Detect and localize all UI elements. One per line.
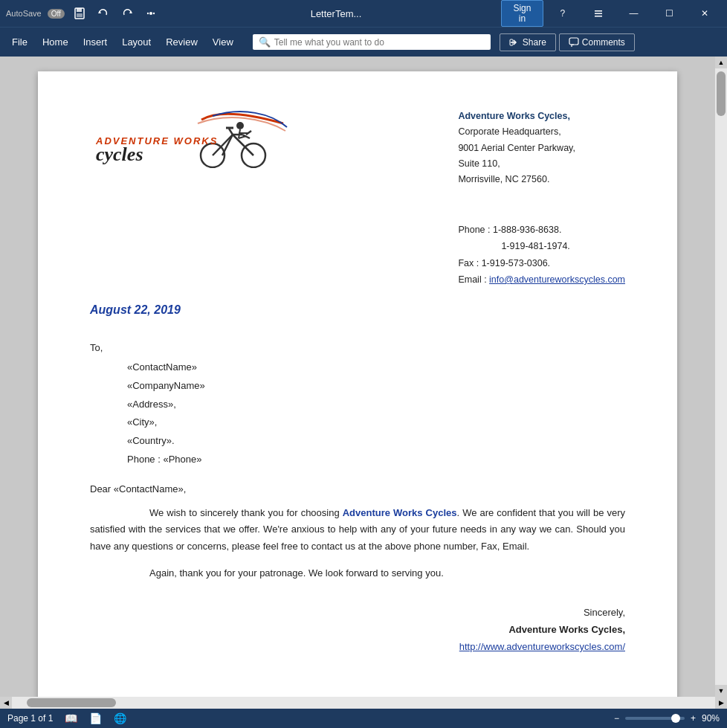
search-icon: 🔍	[259, 36, 271, 48]
layout-icon: 📄	[89, 712, 102, 724]
svg-rect-10	[595, 16, 602, 17]
svg-point-7	[153, 13, 155, 14]
help-button[interactable]: ?	[546, 0, 579, 27]
document-scroll[interactable]: ADVENTURE WORKS cycles Adventure Works C…	[0, 57, 715, 697]
scroll-up-arrow[interactable]: ▲	[715, 57, 727, 68]
minimize-button[interactable]: —	[618, 0, 650, 27]
share-label: Share	[523, 37, 546, 48]
autosave-toggle[interactable]: Off	[48, 9, 65, 19]
email-label: Email :	[458, 274, 489, 285]
save-button[interactable]	[71, 4, 88, 22]
scroll-down-arrow[interactable]: ▼	[715, 685, 727, 697]
company-address4: Morrisville, NC 27560.	[458, 172, 625, 187]
email-line: Email : info@adventureworkscycles.com	[458, 271, 625, 289]
menu-insert[interactable]: Insert	[76, 32, 115, 52]
comments-button[interactable]: Comments	[559, 33, 635, 51]
toggle-state: Off	[48, 9, 65, 19]
svg-point-6	[147, 13, 149, 14]
company-address2: 9001 Aerial Center Parkway,	[458, 141, 625, 156]
svg-rect-2	[77, 13, 83, 17]
status-left: Page 1 of 1 📖 📄 🌐	[7, 712, 126, 724]
title-bar-right: Sign in ? — ☐ ✕	[501, 0, 721, 27]
web-view-icon: 🌐	[114, 712, 126, 724]
sincerely-block: Sincerely, Adventure Works Cycles, http:…	[90, 604, 625, 656]
to-address: «Address»,	[127, 396, 625, 414]
body-paragraph-2: Again, thank you for your patronage. We …	[90, 565, 625, 582]
redo-button[interactable]	[118, 4, 136, 22]
company-logo: ADVENTURE WORKS cycles	[90, 109, 291, 168]
company-address: Adventure Works Cycles, Corporate Headqu…	[458, 109, 625, 289]
close-button[interactable]: ✕	[688, 0, 721, 27]
svg-rect-8	[595, 10, 602, 12]
menu-home[interactable]: Home	[35, 32, 76, 52]
ribbon-toggle-button[interactable]	[582, 0, 615, 27]
horizontal-scrollbar[interactable]: ◀ ▶	[0, 697, 727, 709]
phone1: Phone : 1-888-936-8638.	[458, 222, 625, 239]
undo-button[interactable]	[94, 4, 112, 22]
svg-text:cycles: cycles	[96, 144, 143, 165]
menu-bar: File Home Insert Layout Review View 🔍 Sh…	[0, 27, 727, 57]
zoom-plus[interactable]: +	[691, 713, 696, 724]
scroll-h-thumb[interactable]	[27, 698, 116, 707]
to-label: To,	[90, 339, 625, 358]
share-button[interactable]: Share	[500, 33, 556, 51]
body-company-ref: Adventure Works Cycles	[343, 507, 457, 518]
letter-header: ADVENTURE WORKS cycles Adventure Works C…	[90, 109, 625, 289]
title-bar-title: LetterTem...	[171, 8, 501, 19]
sincerely-company: Adventure Works Cycles,	[90, 621, 625, 638]
to-contact-name: «ContactName»	[127, 358, 625, 377]
zoom-slider[interactable]	[625, 717, 685, 720]
title-bar: AutoSave Off LetterTem... Sign in ? — ☐ …	[0, 0, 727, 27]
sincerely-label: Sincerely,	[90, 604, 625, 621]
search-box[interactable]: 🔍	[253, 34, 491, 50]
menu-file[interactable]: File	[4, 32, 35, 52]
sign-in-button[interactable]: Sign in	[501, 0, 543, 27]
customize-button[interactable]	[142, 4, 160, 22]
vertical-scrollbar[interactable]: ▲ ▼	[715, 57, 727, 697]
svg-point-5	[149, 12, 152, 15]
company-phone: Phone : 1-888-936-8638. 1-919-481-1974. …	[458, 222, 625, 289]
document-area: ADVENTURE WORKS cycles Adventure Works C…	[0, 57, 727, 697]
document-page: ADVENTURE WORKS cycles Adventure Works C…	[38, 71, 677, 697]
company-address1: Corporate Headquarters,	[458, 124, 625, 140]
svg-rect-1	[77, 8, 82, 12]
fax: Fax : 1-919-573-0306.	[458, 255, 625, 272]
body-paragraph-1: We wish to sincerely thank you for choos…	[90, 505, 625, 554]
scroll-track[interactable]	[715, 68, 727, 685]
svg-rect-12	[569, 38, 578, 45]
dear-line: Dear «ContactName»,	[90, 483, 625, 495]
website-link[interactable]: http://www.adventureworkscycles.com/	[459, 641, 625, 652]
scroll-right-arrow[interactable]: ▶	[715, 697, 727, 709]
to-company-name: «CompanyName»	[127, 377, 625, 396]
svg-point-23	[236, 122, 244, 129]
restore-button[interactable]: ☐	[653, 0, 685, 27]
zoom-thumb	[671, 714, 680, 723]
email-link[interactable]: info@adventureworkscycles.com	[489, 274, 625, 285]
read-mode-icon: 📖	[65, 712, 77, 724]
phone2: 1-919-481-1974.	[458, 238, 625, 255]
to-city: «City»,	[127, 413, 625, 432]
svg-rect-9	[595, 13, 602, 15]
menu-layout[interactable]: Layout	[114, 32, 158, 52]
company-address3: Suite 110,	[458, 156, 625, 172]
letter-date: August 22, 2019	[90, 303, 625, 317]
scroll-left-arrow[interactable]: ◀	[0, 697, 12, 709]
svg-line-25	[239, 136, 246, 138]
menu-review[interactable]: Review	[158, 32, 205, 52]
zoom-level: 90%	[702, 713, 720, 724]
title-bar-left: AutoSave Off	[6, 4, 171, 22]
svg-line-21	[229, 129, 233, 135]
company-name: Adventure Works Cycles,	[458, 109, 625, 124]
menu-view[interactable]: View	[205, 32, 241, 52]
to-country: «Country».	[127, 432, 625, 451]
scroll-h-track[interactable]	[12, 697, 715, 709]
scroll-thumb[interactable]	[717, 71, 726, 116]
to-block: To, «ContactName» «CompanyName» «Address…	[90, 339, 625, 469]
logo-area: ADVENTURE WORKS cycles	[90, 109, 298, 171]
autosave-label: AutoSave	[6, 9, 42, 18]
comments-label: Comments	[582, 37, 625, 48]
search-input[interactable]	[274, 37, 485, 48]
status-bar: Page 1 of 1 📖 📄 🌐 − + 90%	[0, 709, 727, 728]
status-right: − + 90%	[614, 713, 720, 724]
zoom-minus[interactable]: −	[614, 713, 619, 724]
